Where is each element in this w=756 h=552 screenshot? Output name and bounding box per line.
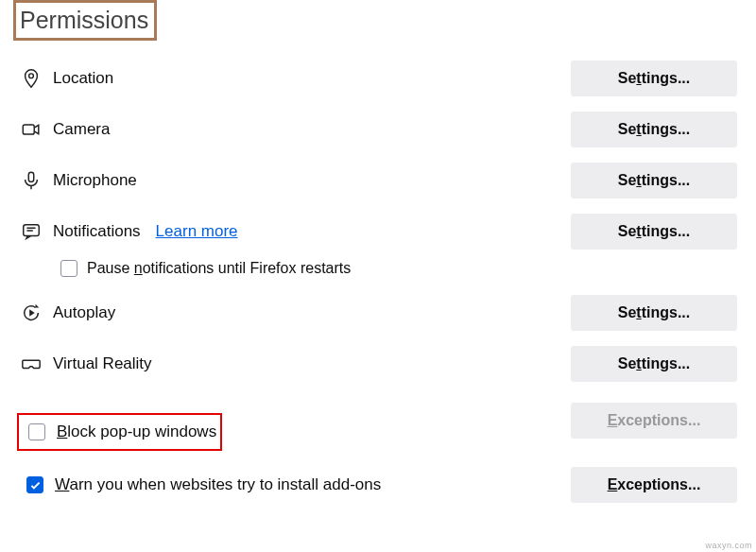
- watermark: waxyn.com: [705, 541, 752, 550]
- location-icon: [21, 68, 42, 89]
- location-settings-button[interactable]: Settings...: [571, 60, 737, 96]
- permission-row-camera: Camera Settings...: [13, 109, 737, 150]
- pause-notifications-label: Pause notifications until Firefox restar…: [87, 260, 351, 277]
- block-popups-checkbox[interactable]: [28, 423, 45, 440]
- permission-row-location: Location Settings...: [13, 58, 737, 99]
- notifications-learn-more-link[interactable]: Learn more: [156, 222, 238, 241]
- camera-label: Camera: [53, 120, 110, 139]
- notifications-icon: [21, 221, 42, 242]
- autoplay-label: Autoplay: [53, 303, 115, 322]
- camera-settings-button[interactable]: Settings...: [571, 112, 737, 147]
- permission-row-notifications: Notifications Learn more Settings...: [13, 211, 737, 252]
- block-popups-row: Block pop-up windows Exceptions...: [13, 390, 737, 451]
- permission-row-microphone: Microphone Settings...: [13, 160, 737, 201]
- warn-addons-exceptions-button[interactable]: Exceptions...: [571, 467, 737, 503]
- permission-row-autoplay: Autoplay Settings...: [13, 292, 737, 334]
- microphone-label: Microphone: [53, 171, 137, 190]
- pause-notifications-checkbox[interactable]: [60, 260, 77, 277]
- block-popups-highlight: Block pop-up windows: [17, 413, 222, 451]
- location-label: Location: [53, 69, 113, 88]
- autoplay-icon: [21, 302, 42, 323]
- page-title: Permissions: [16, 3, 154, 38]
- microphone-icon: [21, 170, 42, 191]
- warn-addons-row: Warn you when websites try to install ad…: [13, 464, 737, 506]
- svg-rect-2: [28, 172, 34, 181]
- camera-icon: [21, 119, 42, 140]
- block-popups-label: Block pop-up windows: [57, 423, 216, 441]
- vr-label: Virtual Reality: [53, 354, 152, 373]
- permission-row-vr: Virtual Reality Settings...: [13, 343, 737, 385]
- permissions-heading-highlight: Permissions: [13, 0, 157, 41]
- notifications-label: Notifications: [53, 222, 141, 241]
- vr-icon: [21, 354, 42, 374]
- vr-settings-button[interactable]: Settings...: [571, 346, 737, 382]
- notifications-settings-button[interactable]: Settings...: [571, 214, 737, 250]
- pause-notifications-row: Pause notifications until Firefox restar…: [13, 260, 737, 277]
- svg-point-0: [29, 74, 34, 78]
- microphone-settings-button[interactable]: Settings...: [571, 163, 737, 198]
- autoplay-settings-button[interactable]: Settings...: [571, 295, 737, 331]
- svg-rect-1: [23, 125, 34, 134]
- warn-addons-label: Warn you when websites try to install ad…: [55, 475, 381, 494]
- warn-addons-checkbox[interactable]: [26, 476, 43, 493]
- block-popups-exceptions-button[interactable]: Exceptions...: [571, 403, 737, 439]
